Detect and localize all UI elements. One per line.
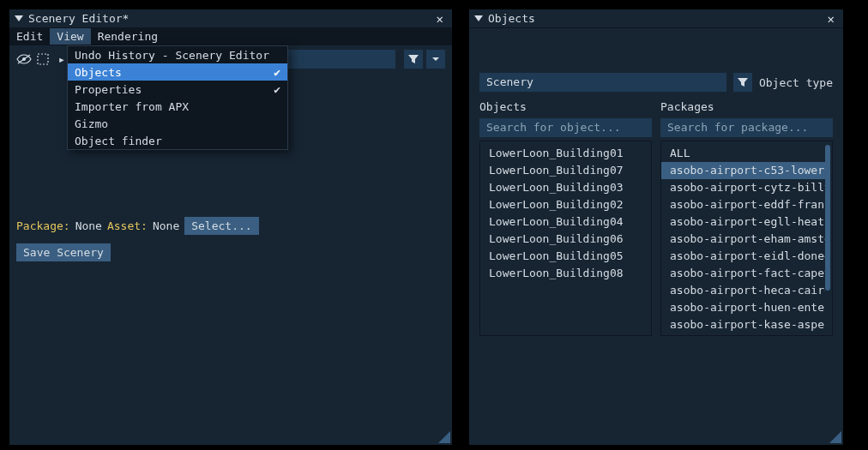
search-objects-input[interactable]: Search for object... [479,118,652,137]
asset-label: Asset: [107,219,148,232]
dd-object-finder[interactable]: Object finder [68,132,287,149]
close-icon[interactable]: ✕ [433,12,447,26]
object-type-label: Object type [759,76,833,89]
package-value: None [75,219,102,232]
search-packages-input[interactable]: Search for package... [660,118,833,137]
window-title: Objects [488,12,821,25]
scrollbar[interactable] [825,145,830,291]
titlebar[interactable]: Objects ✕ [469,9,843,28]
package-label: Package: [16,219,70,232]
two-column-area: Objects Search for object... LowerLoon_B… [479,100,833,336]
menubar: Edit View Rendering [9,28,452,45]
save-scenery-button[interactable]: Save Scenery [16,243,111,261]
list-item[interactable]: ALL [661,145,825,162]
list-item[interactable]: asobo-airport-eham-amsterdam [661,231,825,248]
check-icon: ✔ [274,66,280,79]
objects-column: Objects Search for object... LowerLoon_B… [479,100,652,336]
scenery-row: Scenery Object type [479,73,833,92]
dd-gizmo[interactable]: Gizmo [68,115,287,132]
list-item[interactable]: asobo-airport-fact-capetown [661,265,825,282]
list-item[interactable]: asobo-airport-kase-aspen [661,316,825,333]
dd-importer[interactable]: Importer from APX [68,98,287,115]
list-item[interactable]: LowerLoon_Building08 [480,265,651,282]
menu-view[interactable]: View [50,28,90,45]
filter-icon[interactable] [404,50,423,69]
list-item[interactable]: LowerLoon_Building04 [480,213,651,231]
filter-icon[interactable] [733,73,752,92]
objects-body: Scenery Object type Objects Search for o… [469,28,843,346]
resize-handle-icon[interactable] [829,431,841,443]
collapse-triangle-icon[interactable] [15,15,23,21]
objects-list[interactable]: LowerLoon_Building01LowerLoon_Building07… [479,141,652,336]
list-item[interactable]: asobo-airport-cytz-billy [661,179,825,196]
scenery-combobox[interactable]: Scenery [479,73,726,92]
list-item[interactable]: LowerLoon_Building02 [480,196,651,213]
list-item[interactable]: LowerLoon_Building07 [480,162,651,179]
asset-value: None [153,219,179,232]
package-asset-row: Package: None Asset: None Select... [16,217,445,235]
check-icon: ✔ [274,83,280,96]
select-button[interactable]: Select... [184,217,258,235]
menu-rendering[interactable]: Rendering [91,28,165,45]
objects-window: Objects ✕ Scenery Object type Objects Se… [468,9,844,446]
close-icon[interactable]: ✕ [824,12,838,26]
svg-rect-2 [38,54,48,64]
scenery-editor-window: Scenery Editor* ✕ Edit View Rendering ▸ … [9,9,453,446]
titlebar[interactable]: Scenery Editor* ✕ [9,9,452,28]
window-title: Scenery Editor* [28,12,430,25]
list-item[interactable]: asobo-airport-c53-lowerloon [661,162,825,179]
resize-handle-icon[interactable] [438,431,450,443]
dd-objects[interactable]: Objects ✔ [68,63,287,81]
list-item[interactable]: asobo-airport-huen-entebbe [661,299,825,316]
view-dropdown: Undo History - Scenery Editor Objects ✔ … [67,45,288,150]
dd-properties[interactable]: Properties ✔ [68,81,287,98]
list-item[interactable]: asobo-airport-eidl-donegal [661,248,825,265]
selection-icon[interactable] [35,51,51,67]
list-item[interactable]: asobo-airport-egll-heathrow [661,213,825,231]
list-item[interactable]: LowerLoon_Building01 [480,145,651,162]
list-item[interactable]: asobo-airport-eddf-frankfurt [661,196,825,213]
objects-header: Objects [479,100,652,113]
menu-edit[interactable]: Edit [9,28,50,45]
packages-header: Packages [660,100,833,113]
packages-list[interactable]: ALLasobo-airport-c53-lowerloonasobo-airp… [660,141,833,336]
dd-undo-history[interactable]: Undo History - Scenery Editor [68,46,287,63]
list-item[interactable]: LowerLoon_Building05 [480,248,651,265]
list-item[interactable]: asobo-airport-heca-cairo [661,282,825,299]
eye-icon[interactable] [16,51,32,67]
dropdown-triangle-icon[interactable] [426,50,445,69]
collapse-triangle-icon[interactable] [474,15,483,21]
list-item[interactable]: LowerLoon_Building03 [480,179,651,196]
list-item[interactable]: LowerLoon_Building06 [480,231,651,248]
packages-column: Packages Search for package... ALLasobo-… [660,100,833,336]
